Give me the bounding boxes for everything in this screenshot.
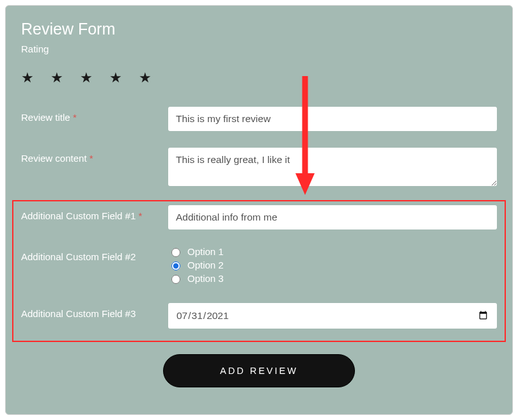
label-text: Additional Custom Field #3	[21, 308, 136, 319]
label-review-title: Review title *	[21, 107, 168, 123]
required-marker: *	[73, 112, 77, 123]
radio-option-3[interactable]: Option 3	[168, 273, 497, 284]
label-custom-2: Additional Custom Field #2	[21, 246, 168, 262]
row-custom-2: Additional Custom Field #2 Option 1 Opti…	[21, 246, 497, 286]
radio-input-3[interactable]	[171, 275, 180, 284]
custom-field-3-date-input[interactable]	[168, 303, 497, 329]
label-review-content: Review content *	[21, 148, 168, 164]
row-review-content: Review content *	[21, 148, 497, 189]
label-custom-3: Additional Custom Field #3	[21, 303, 168, 319]
label-custom-1: Additional Custom Field #1 *	[21, 205, 168, 221]
radio-option-1[interactable]: Option 1	[168, 246, 497, 257]
row-review-title: Review title *	[21, 107, 497, 131]
label-text: Additional Custom Field #2	[21, 251, 136, 262]
row-custom-3: Additional Custom Field #3	[21, 303, 497, 329]
required-marker: *	[138, 210, 142, 221]
radio-label-2: Option 2	[187, 260, 224, 270]
add-review-button[interactable]: ADD REVIEW	[163, 354, 355, 387]
label-text: Review title	[21, 112, 70, 123]
rating-stars[interactable]: ★ ★ ★ ★ ★	[21, 70, 497, 86]
radio-input-1[interactable]	[171, 248, 180, 257]
required-marker: *	[90, 153, 93, 164]
custom-field-1-input[interactable]	[168, 205, 497, 229]
radio-label-3: Option 3	[187, 273, 224, 284]
radio-input-2[interactable]	[171, 261, 180, 270]
page-title: Review Form	[21, 20, 497, 38]
custom-field-2-radio-group: Option 1 Option 2 Option 3	[168, 246, 497, 286]
label-text: Review content	[21, 153, 87, 164]
review-content-textarea[interactable]	[168, 148, 497, 186]
radio-option-2[interactable]: Option 2	[168, 260, 497, 270]
review-form-panel: Review Form Rating ★ ★ ★ ★ ★ Review titl…	[5, 5, 513, 415]
label-text: Additional Custom Field #1	[21, 210, 136, 221]
rating-label: Rating	[21, 43, 497, 54]
row-custom-1: Additional Custom Field #1 *	[21, 205, 497, 229]
review-title-input[interactable]	[168, 107, 497, 131]
radio-label-1: Option 1	[187, 246, 224, 257]
